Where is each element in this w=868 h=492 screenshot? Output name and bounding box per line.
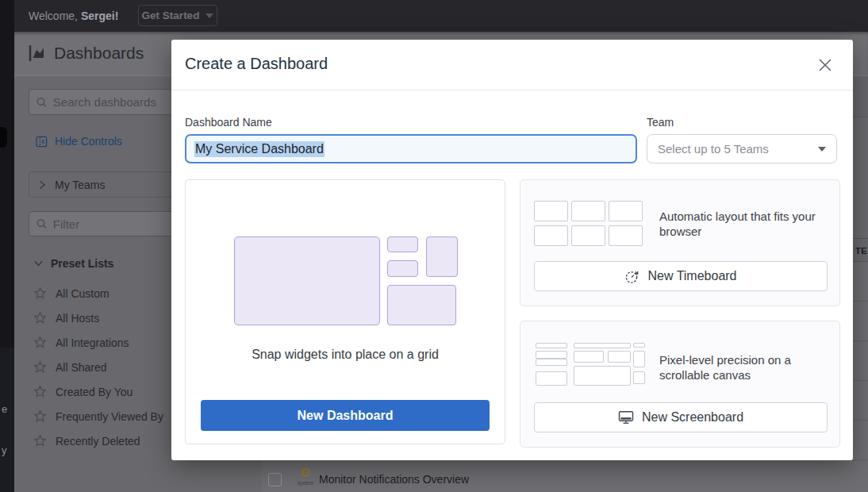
screenboard-card: Pixel-level precision on a scrollable ca… bbox=[520, 321, 840, 448]
layout-box bbox=[609, 225, 643, 246]
welcome-text: Welcome, Sergei! bbox=[29, 0, 118, 32]
layout-box bbox=[608, 351, 631, 363]
preset-item-label: All Integrations bbox=[56, 336, 129, 349]
star-icon bbox=[33, 409, 47, 423]
welcome-prefix: Welcome, bbox=[29, 10, 78, 22]
layout-box bbox=[633, 371, 645, 384]
preset-item-label: All Shared bbox=[56, 361, 107, 374]
nav-active-item-notch bbox=[0, 127, 7, 148]
widget-box bbox=[387, 285, 456, 325]
get-started-label: Get Started bbox=[142, 10, 200, 21]
new-dashboard-button[interactable]: New Dashboard bbox=[201, 400, 490, 431]
team-label: Team bbox=[647, 116, 674, 129]
dashboard-name-label: Dashboard Name bbox=[185, 116, 272, 129]
layout-box bbox=[633, 351, 645, 367]
screenboard-card-caption: Pixel-level precision on a scrollable ca… bbox=[659, 352, 832, 382]
search-icon bbox=[36, 218, 47, 229]
timeboard-card-caption: Automatic layout that fits your browser bbox=[659, 209, 832, 239]
widget-box bbox=[234, 236, 380, 325]
stopwatch-icon bbox=[624, 269, 639, 284]
star-icon bbox=[33, 311, 47, 325]
selected-text: My Service Dashboard bbox=[194, 141, 325, 157]
layout-box bbox=[571, 225, 605, 246]
system-gear-icon: ⚙ system bbox=[295, 466, 316, 486]
gear-caption: system bbox=[295, 480, 316, 486]
create-dashboard-modal: Create a Dashboard Dashboard Name My Ser… bbox=[171, 40, 853, 460]
layout-box bbox=[536, 343, 567, 348]
preset-item-label: Created By You bbox=[56, 386, 133, 398]
widget-box bbox=[426, 236, 458, 277]
grid-card-caption: Snap widgets into place on a grid bbox=[186, 348, 505, 362]
monitor-icon bbox=[618, 410, 634, 425]
top-welcome-bar: Welcome, Sergei! Get Started bbox=[14, 0, 868, 32]
dashboard-name-input[interactable]: My Service Dashboard bbox=[185, 134, 637, 163]
preset-item-label: All Custom bbox=[56, 287, 109, 300]
layout-box bbox=[633, 343, 645, 348]
welcome-user-name: Sergei! bbox=[81, 10, 118, 22]
hide-controls-label: Hide Controls bbox=[55, 135, 122, 148]
hide-controls-icon bbox=[36, 136, 48, 148]
team-select-placeholder: Select up to 5 Teams bbox=[658, 142, 769, 156]
widget-box bbox=[387, 236, 418, 252]
star-icon bbox=[33, 385, 47, 398]
preset-item-label: All Hosts bbox=[56, 312, 99, 325]
chevron-right-icon bbox=[37, 179, 47, 190]
preset-item-label: Frequently Viewed By bbox=[56, 410, 163, 423]
star-icon bbox=[33, 336, 47, 349]
chevron-down-icon bbox=[33, 259, 44, 267]
layout-box bbox=[534, 201, 568, 221]
preset-item-label: Recently Deleted bbox=[56, 435, 140, 448]
layout-box bbox=[534, 225, 568, 246]
team-select[interactable]: Select up to 5 Teams bbox=[647, 134, 837, 163]
star-icon bbox=[33, 286, 47, 300]
row-checkbox[interactable] bbox=[268, 473, 282, 486]
dashboards-icon bbox=[29, 44, 48, 65]
layout-box bbox=[536, 351, 567, 359]
modal-title: Create a Dashboard bbox=[185, 55, 328, 73]
timeboard-card: Automatic layout that fits your browser … bbox=[520, 179, 840, 306]
close-icon bbox=[818, 58, 832, 72]
team-column-header[interactable]: TEAM bbox=[855, 246, 868, 256]
app-window: e y Welcome, Sergei! Get Started Dashboa… bbox=[0, 0, 868, 492]
preset-lists-label: Preset Lists bbox=[51, 257, 113, 270]
dashboard-row-title[interactable]: Monitor Notifications Overview bbox=[319, 460, 469, 492]
layout-box bbox=[574, 366, 631, 386]
page-title: Dashboards bbox=[54, 44, 144, 63]
nav-strip-lower-section bbox=[0, 348, 14, 492]
collapsed-nav-strip: e y bbox=[0, 0, 14, 492]
layout-box bbox=[536, 371, 567, 386]
star-icon bbox=[33, 360, 47, 374]
search-icon bbox=[36, 97, 47, 108]
new-screenboard-button[interactable]: New Screenboard bbox=[534, 402, 828, 432]
layout-box bbox=[609, 201, 643, 221]
layout-box bbox=[571, 201, 605, 221]
chevron-down-icon bbox=[205, 13, 213, 18]
layout-box bbox=[574, 343, 631, 348]
grid-dashboard-card: Snap widgets into place on a grid New Da… bbox=[185, 179, 505, 444]
new-timeboard-label: New Timeboard bbox=[647, 269, 736, 283]
modal-header: Create a Dashboard bbox=[171, 40, 853, 90]
chevron-down-icon bbox=[818, 147, 826, 152]
hide-controls-link[interactable]: Hide Controls bbox=[36, 135, 122, 148]
layout-box bbox=[574, 351, 604, 363]
get-started-button[interactable]: Get Started bbox=[138, 5, 217, 26]
my-teams-label: My Teams bbox=[55, 179, 106, 191]
star-icon bbox=[33, 434, 47, 448]
table-row: ⚙ system Monitor Notifications Overview bbox=[262, 460, 868, 492]
layout-box bbox=[536, 359, 567, 366]
preset-lists-toggle[interactable]: Preset Lists bbox=[33, 257, 113, 270]
close-button[interactable] bbox=[818, 58, 834, 74]
nav-clipped-label: e bbox=[2, 403, 7, 415]
nav-clipped-label: y bbox=[2, 444, 7, 456]
new-screenboard-label: New Screenboard bbox=[642, 410, 743, 425]
new-timeboard-button[interactable]: New Timeboard bbox=[534, 261, 828, 291]
widget-box bbox=[387, 260, 418, 277]
